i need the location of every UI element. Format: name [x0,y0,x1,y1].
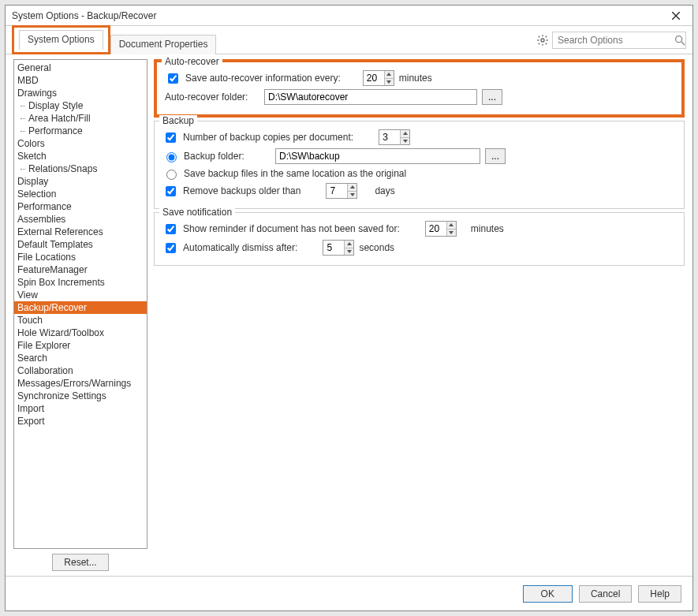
titlebar: System Options - Backup/Recover [6,6,692,26]
tree-item[interactable]: Drawings [14,87,147,99]
tree-item[interactable]: File Explorer [14,339,147,352]
tab-system-options-highlight: System Options [12,25,110,54]
backup-folder[interactable] [275,148,480,164]
spin-down-icon[interactable] [344,248,353,256]
svg-point-3 [676,36,682,43]
chk-backup-copies[interactable] [166,133,176,143]
dialog-window: System Options - Backup/Recover System O… [5,5,693,611]
search-wrap [536,32,686,54]
close-button[interactable] [666,6,686,26]
browse-backup[interactable]: ... [485,148,506,164]
tree-item[interactable]: External References [14,226,147,238]
tree-item[interactable]: Hole Wizard/Toolbox [14,327,147,339]
tree-item[interactable]: Search [14,352,147,364]
svg-marker-9 [350,185,355,189]
spin-up-icon[interactable] [400,130,409,138]
svg-marker-8 [403,140,408,143]
tree-item[interactable]: Colors [14,137,147,150]
spin-down-icon[interactable] [446,230,456,237]
group-save-notification: Save notification Show reminder if docum… [154,212,685,266]
lbl-backup-copies: Number of backup copies per document: [183,132,353,143]
reset-wrap: Reset... [13,549,147,573]
tree-item[interactable]: Selection [14,188,147,200]
lbl-show-reminder: Show reminder if document has not been s… [183,223,400,234]
svg-marker-11 [449,223,454,226]
svg-marker-6 [386,80,391,84]
cancel-button[interactable]: Cancel [579,585,632,603]
tree-item[interactable]: Sketch [14,150,147,162]
tree-item[interactable]: File Locations [14,251,147,263]
ok-button[interactable]: OK [523,585,573,603]
lbl-save-auto-recover: Save auto-recover information every: [185,73,341,84]
tree-item[interactable]: Touch [14,314,147,327]
tree-item[interactable]: Display Style [14,99,147,112]
tree-item[interactable]: Relations/Snaps [14,162,147,175]
tab-system-options[interactable]: System Options [19,30,103,50]
reset-button[interactable]: Reset... [52,554,108,571]
dialog-body: GeneralMBDDrawingsDisplay StyleArea Hatc… [6,54,692,576]
radio-backup-same-location[interactable] [166,170,177,180]
tree-item[interactable]: MBD [14,74,147,87]
spin-down-icon[interactable] [347,192,356,199]
group-title-auto-recover: Auto-recover [162,56,222,67]
tree-item[interactable]: Performance [14,200,147,213]
group-title-save-notification: Save notification [159,207,235,218]
tree-item[interactable]: Collaboration [14,364,147,377]
gear-icon [536,34,549,47]
spin-up-icon[interactable] [344,241,353,248]
tree-item[interactable]: Messages/Errors/Warnings [14,377,147,390]
tree-item[interactable]: Synchronize Settings [14,390,147,402]
chk-remove-old-backups[interactable] [166,186,176,196]
tree-item[interactable]: Display [14,175,147,188]
tree-item[interactable]: FeatureManager [14,263,147,276]
tree-item[interactable]: Area Hatch/Fill [14,112,147,125]
lbl-auto-recover-folder: Auto-recover folder: [165,91,259,103]
svg-line-4 [681,42,685,45]
category-tree[interactable]: GeneralMBDDrawingsDisplay StyleArea Hatc… [13,59,147,549]
radio-backup-folder[interactable] [166,152,177,162]
tree-item[interactable]: Spin Box Increments [14,276,147,289]
search-icon [674,34,686,47]
lbl-minutes: minutes [399,73,432,84]
auto-recover-folder[interactable] [264,89,477,105]
tree-item[interactable]: Import [14,402,147,415]
tree-item[interactable]: General [14,62,147,74]
svg-marker-13 [347,242,352,245]
window-title: System Options - Backup/Recover [12,10,666,21]
browse-auto-recover[interactable]: ... [482,89,502,105]
spin-down-icon[interactable] [400,138,409,145]
lbl-auto-dismiss: Automatically dismiss after: [183,242,297,253]
tree-item[interactable]: View [14,289,147,301]
svg-marker-14 [347,250,352,253]
tree-item[interactable]: Export [14,415,147,427]
lbl-backup-folder: Backup folder: [184,151,271,162]
tree-item[interactable]: Default Templates [14,238,147,251]
group-backup: Backup Number of backup copies per docum… [154,121,685,209]
spin-up-icon[interactable] [347,184,356,192]
spin-up-icon[interactable] [384,71,394,79]
lbl-remove-old-backups: Remove backups older than [183,185,300,196]
chk-show-reminder[interactable] [166,224,176,234]
tree-item[interactable]: Backup/Recover [14,301,147,314]
group-title-backup: Backup [159,115,197,126]
tab-document-properties[interactable]: Document Properties [110,35,217,54]
sidebar: GeneralMBDDrawingsDisplay StyleArea Hatc… [13,59,147,573]
svg-marker-7 [403,132,408,135]
lbl-dismiss-unit: seconds [359,242,394,253]
help-button[interactable]: Help [638,585,681,603]
lbl-reminder-unit: minutes [471,223,504,234]
spin-down-icon[interactable] [384,79,394,86]
tree-item[interactable]: Performance [14,125,147,137]
tree-item[interactable]: Assemblies [14,213,147,226]
svg-marker-5 [386,73,391,76]
search-input[interactable] [552,32,686,49]
svg-marker-10 [350,193,355,196]
close-icon [672,12,680,20]
toolbar: System Options Document Properties [6,26,692,54]
tab-strip: System Options Document Properties [12,24,216,54]
chk-save-auto-recover[interactable] [168,73,178,84]
svg-point-2 [541,39,544,42]
chk-auto-dismiss[interactable] [166,243,176,253]
dialog-footer: OK Cancel Help [6,576,692,610]
spin-up-icon[interactable] [446,222,456,230]
